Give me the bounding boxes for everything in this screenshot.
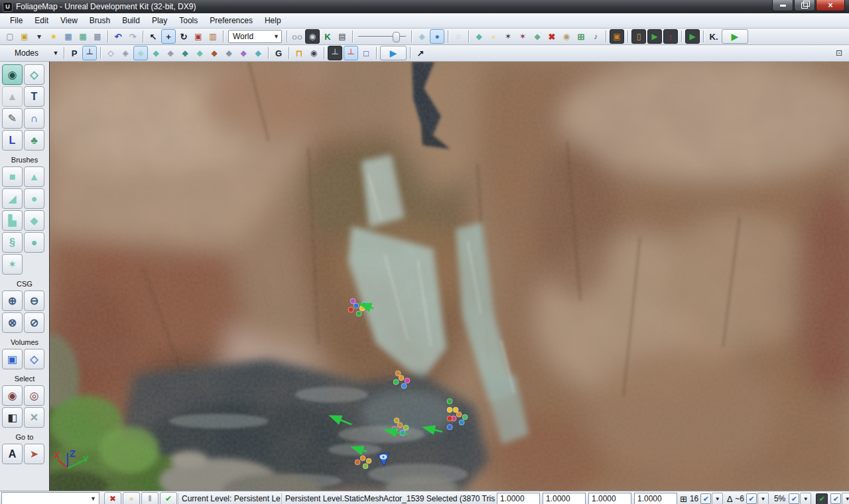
cube-brush-button[interactable]: ■ bbox=[2, 166, 23, 187]
scale-snap-dropdown[interactable]: ▼ bbox=[800, 493, 811, 504]
camera-ok-button[interactable]: ✔ bbox=[160, 492, 177, 504]
cone-brush-button[interactable]: ▲ bbox=[24, 166, 44, 187]
menu-preferences[interactable]: Preferences bbox=[204, 15, 259, 27]
menu-view[interactable]: View bbox=[54, 15, 84, 27]
wireframe-view-icon[interactable]: ◇ bbox=[104, 46, 117, 60]
modes-dropdown-button[interactable]: ▼ bbox=[50, 48, 61, 58]
build-all-icon[interactable]: ◆ bbox=[531, 30, 544, 43]
viewport-3d[interactable]: X Z Y bbox=[50, 62, 849, 491]
play-in-editor-button[interactable]: ▶ bbox=[722, 29, 748, 44]
play-on-pc-icon[interactable]: ▶ bbox=[685, 29, 700, 44]
static-mesh-mode-button[interactable]: ∩ bbox=[24, 108, 44, 129]
scale-nonuniform-tool-icon[interactable]: ▥ bbox=[206, 30, 220, 43]
realtime-joystick-icon[interactable]: ┴ bbox=[82, 46, 97, 60]
slider-thumb[interactable] bbox=[393, 32, 400, 42]
package-game-icon[interactable]: ↑ bbox=[663, 29, 678, 44]
camera-speed-slider[interactable] bbox=[358, 31, 406, 42]
menu-brush[interactable]: Brush bbox=[84, 15, 116, 27]
pivot-sphere-icon[interactable]: ● bbox=[430, 29, 444, 44]
menu-build[interactable]: Build bbox=[116, 15, 146, 27]
kill-particles-button[interactable]: ✖ bbox=[104, 492, 121, 504]
csg-add-button[interactable]: ⊕ bbox=[2, 290, 23, 311]
geometry-mode-button[interactable]: ◇ bbox=[24, 64, 44, 85]
drag-grid-checkbox[interactable]: ✔ bbox=[700, 493, 711, 504]
select-tool-icon[interactable]: ↖ bbox=[147, 30, 160, 43]
close-button[interactable]: × bbox=[816, 0, 845, 11]
game-view-icon[interactable]: G bbox=[272, 46, 285, 60]
cancel-build-icon[interactable]: ✖ bbox=[545, 30, 558, 43]
camera-mode-button[interactable]: ◉ bbox=[2, 64, 23, 85]
goto-actor-button[interactable]: A bbox=[2, 444, 23, 464]
lock-viewport-icon[interactable]: ⊓ bbox=[293, 46, 306, 60]
csg-subtract-button[interactable]: ⊖ bbox=[24, 290, 44, 311]
world-combo[interactable]: World▼ bbox=[228, 30, 282, 43]
transform-field-3[interactable]: 1.0000 bbox=[634, 493, 677, 504]
square-region-icon[interactable]: □ bbox=[359, 46, 373, 60]
build-geometry-icon[interactable]: ◆ bbox=[472, 30, 486, 43]
gamepad-icon[interactable]: ┴ bbox=[328, 46, 342, 60]
mesh-paint-mode-button[interactable]: ✎ bbox=[2, 108, 23, 129]
add-volume-button[interactable]: ▣ bbox=[2, 349, 23, 369]
curved-staircase-brush-button[interactable]: ◢ bbox=[2, 188, 23, 209]
content-browser-icon[interactable]: ◉ bbox=[305, 29, 320, 44]
foliage-mode-button[interactable]: ♣ bbox=[24, 130, 44, 151]
play-on-mobile-icon[interactable]: ▶ bbox=[647, 29, 662, 44]
brush-wireframe-view-icon[interactable]: ◈ bbox=[119, 46, 132, 60]
staircase-brush-button[interactable]: ▙ bbox=[2, 210, 23, 231]
unlit-view-icon[interactable]: ◆ bbox=[133, 46, 148, 60]
goto-builder-brush-button[interactable]: ➤ bbox=[24, 444, 44, 464]
drag-grid-dropdown[interactable]: ▼ bbox=[712, 493, 723, 504]
build-cover-icon[interactable]: ✶ bbox=[516, 30, 529, 43]
deselect-all-button[interactable]: ✕ bbox=[24, 407, 44, 428]
lightmap-density-view-icon[interactable]: ◆ bbox=[237, 46, 250, 60]
texture-density-view-icon[interactable]: ◆ bbox=[208, 46, 221, 60]
status-combo[interactable]: ▼ bbox=[1, 492, 99, 504]
transform-field-0[interactable]: 1.0000 bbox=[497, 493, 540, 504]
unreal-frontend-icon[interactable]: ▣ bbox=[610, 29, 624, 44]
show-flags-eye-icon[interactable]: ◉ bbox=[307, 46, 320, 60]
minimize-button[interactable] bbox=[772, 0, 793, 11]
favorites-star-icon[interactable]: ★ bbox=[47, 30, 60, 43]
sphere-brush-button[interactable]: ● bbox=[24, 232, 44, 253]
reflections-view-icon[interactable]: ◆ bbox=[251, 46, 265, 60]
lightmap-res-icon[interactable]: ⊞ bbox=[574, 30, 588, 43]
translate-tool-icon[interactable]: + bbox=[161, 29, 176, 44]
volume-wireframe-button[interactable]: ◇ bbox=[24, 349, 44, 369]
build-paths-icon[interactable]: ✶ bbox=[501, 30, 515, 43]
lighting-quality-icon[interactable]: ◉ bbox=[560, 30, 573, 43]
build-lighting-icon[interactable]: ● bbox=[487, 30, 500, 43]
transform-field-1[interactable]: 1.0000 bbox=[543, 493, 586, 504]
menu-file[interactable]: File bbox=[4, 15, 29, 27]
autosave-dropdown[interactable]: ▼ bbox=[842, 493, 849, 504]
save-icon[interactable]: ▦ bbox=[62, 30, 75, 43]
lighting-only-view-icon[interactable]: ◆ bbox=[178, 46, 192, 60]
restore-button[interactable] bbox=[794, 0, 815, 11]
save-all-levels-icon[interactable]: ▩ bbox=[91, 30, 104, 43]
play-in-viewport-button[interactable]: ▶ bbox=[380, 46, 407, 60]
rotation-snap-dropdown[interactable]: ▼ bbox=[757, 493, 769, 504]
light-complexity-view-icon[interactable]: ◆ bbox=[193, 46, 206, 60]
float-panel-icon[interactable]: ⊡ bbox=[832, 46, 846, 60]
terrain-mode-button[interactable]: ▲ bbox=[2, 86, 23, 107]
hide-selected-eye-button[interactable]: ◎ bbox=[24, 385, 44, 406]
kismet-icon[interactable]: K bbox=[321, 30, 334, 43]
gamepad-record-icon[interactable]: ┴ bbox=[344, 46, 358, 60]
transform-field-2[interactable]: 1.0000 bbox=[588, 493, 631, 504]
volumetric-brush-button[interactable]: ✶ bbox=[2, 254, 23, 275]
autosave-checkbox[interactable]: ✔ bbox=[830, 493, 841, 504]
undo-icon[interactable]: ↶ bbox=[111, 30, 125, 43]
menu-help[interactable]: Help bbox=[259, 15, 287, 27]
kismet-debug-icon[interactable]: K. bbox=[707, 30, 720, 43]
csg-deintersect-button[interactable]: ⊘ bbox=[24, 312, 44, 333]
letter-p-toggle-icon[interactable]: P bbox=[68, 46, 81, 60]
road-split-button[interactable]: ‖ bbox=[141, 492, 159, 504]
landscape-mode-button[interactable]: L bbox=[2, 130, 23, 151]
menu-tools[interactable]: Tools bbox=[173, 15, 204, 27]
sheet-brush-button[interactable]: ◆ bbox=[24, 210, 44, 231]
cylinder-brush-button[interactable]: ● bbox=[24, 188, 44, 209]
show-selected-eye-button[interactable]: ◉ bbox=[2, 385, 23, 406]
spiral-staircase-brush-button[interactable]: § bbox=[2, 232, 23, 253]
matinee-icon[interactable]: ▤ bbox=[336, 30, 349, 43]
shader-complexity-view-icon[interactable]: ◆ bbox=[222, 46, 235, 60]
save-all-icon[interactable]: ▦ bbox=[76, 30, 90, 43]
